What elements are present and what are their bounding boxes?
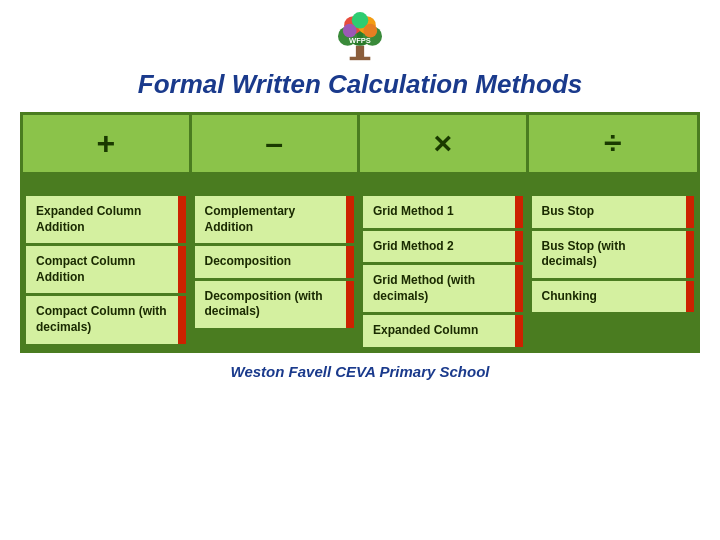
school-logo: WFPS: [325, 10, 395, 65]
column-header-division: ÷: [529, 115, 698, 175]
list-item: Decomposition (with decimals): [195, 281, 355, 328]
list-item: Chunking: [532, 281, 695, 313]
items-list-division: Bus StopBus Stop (with decimals)Chunking: [529, 193, 698, 350]
list-item: Complementary Addition: [195, 196, 355, 243]
dark-bar-multiplication: [360, 175, 526, 193]
items-list-multiplication: Grid Method 1Grid Method 2Grid Method (w…: [360, 193, 526, 350]
dark-bar-addition: [23, 175, 189, 193]
list-item: Bus Stop (with decimals): [532, 231, 695, 278]
column-header-addition: +: [23, 115, 189, 175]
list-item: Compact Column (with decimals): [26, 296, 186, 343]
list-item: Expanded Column: [363, 315, 523, 347]
column-addition: +Expanded Column AdditionCompact Column …: [23, 115, 192, 350]
items-list-addition: Expanded Column AdditionCompact Column A…: [23, 193, 189, 350]
dark-bar-division: [529, 175, 698, 193]
list-item: Expanded Column Addition: [26, 196, 186, 243]
items-list-subtraction: Complementary AdditionDecompositionDecom…: [192, 193, 358, 350]
list-item: Grid Method 1: [363, 196, 523, 228]
main-title: Formal Written Calculation Methods: [138, 69, 582, 100]
column-header-multiplication: ×: [360, 115, 526, 175]
column-multiplication: ×Grid Method 1Grid Method 2Grid Method (…: [360, 115, 529, 350]
svg-text:WFPS: WFPS: [349, 36, 371, 45]
methods-grid: +Expanded Column AdditionCompact Column …: [20, 112, 700, 353]
logo-area: WFPS: [325, 10, 395, 65]
dark-bar-subtraction: [192, 175, 358, 193]
list-item: Grid Method 2: [363, 231, 523, 263]
column-header-subtraction: –: [192, 115, 358, 175]
list-item: Decomposition: [195, 246, 355, 278]
list-item: Grid Method (with decimals): [363, 265, 523, 312]
list-item: Bus Stop: [532, 196, 695, 228]
page-container: WFPS Formal Written Calculation Methods …: [0, 0, 720, 540]
column-subtraction: –Complementary AdditionDecompositionDeco…: [192, 115, 361, 350]
column-division: ÷Bus StopBus Stop (with decimals)Chunkin…: [529, 115, 698, 350]
list-item: Compact Column Addition: [26, 246, 186, 293]
svg-rect-1: [350, 57, 371, 60]
footer-text: Weston Favell CEVA Primary School: [231, 363, 490, 380]
